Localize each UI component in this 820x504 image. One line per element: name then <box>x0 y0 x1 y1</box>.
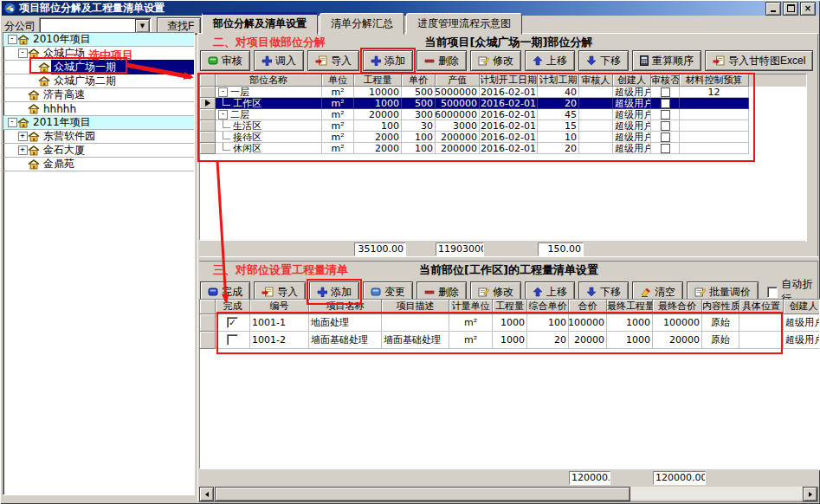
tree-item[interactable]: -众城广场 <box>3 47 194 61</box>
table-row[interactable]: 生活区m²1003030002016-02-0115超级用户 <box>200 120 806 132</box>
cell-output: 3000 <box>436 120 480 132</box>
tree-item[interactable]: 众城广场二期 <box>3 74 194 88</box>
house-icon <box>38 76 50 87</box>
cell-output: 200000 <box>436 143 480 154</box>
tree-item[interactable]: -2011年项目 <box>3 116 194 130</box>
parts-导入-button[interactable]: 导入 <box>307 50 359 71</box>
parts-导入甘特图Excel-button[interactable]: 导入甘特图Excel <box>705 50 813 71</box>
parts-审核-button[interactable]: 审核 <box>200 50 250 71</box>
tree-item-label: hhhhh <box>41 103 79 115</box>
table-row[interactable]: 休闲区m²20001002000002016-02-0120超级用户 <box>200 143 806 154</box>
audited-checkbox[interactable] <box>661 132 670 142</box>
audited-checkbox[interactable] <box>661 99 670 108</box>
tab-1[interactable]: 部位分解及清单设置 <box>202 12 318 35</box>
cell-creator: 超级用户 <box>613 120 651 132</box>
table-row[interactable]: -一层m²1000050050000002016-02-0140超级用户12 <box>200 87 806 98</box>
collapse-icon[interactable]: - <box>218 87 228 97</box>
cell-audited <box>651 132 680 143</box>
cell-duration: 20 <box>538 143 579 154</box>
column-header: 部位名称 <box>216 74 322 87</box>
tree-item[interactable]: 济青高速 <box>3 88 194 102</box>
parts-重算顺序-button[interactable]: 重算顺序 <box>632 50 701 71</box>
audited-checkbox[interactable] <box>661 87 670 97</box>
splitter[interactable] <box>199 256 818 262</box>
audited-checkbox[interactable] <box>661 144 670 153</box>
column-header: 最终工程量 <box>607 300 653 314</box>
checkbox-icon[interactable] <box>767 287 778 298</box>
table-row[interactable]: 1001-2墙面基础处理墙面基础处理m²10002020000100020000… <box>200 332 819 349</box>
row-indicator <box>200 314 216 332</box>
scroll-left-button[interactable] <box>199 487 214 501</box>
cell-duration: 45 <box>538 109 579 120</box>
column-header: 综合单价 <box>527 300 569 314</box>
house-icon <box>17 118 29 128</box>
column-header: 计量单位 <box>449 300 493 314</box>
tree-item[interactable]: -2010年项目 <box>3 33 194 47</box>
tab-3[interactable]: 进度管理流程示意图 <box>406 13 522 35</box>
cell-location <box>739 332 784 349</box>
cell-item-name: 地面处理 <box>309 314 382 332</box>
collapse-icon[interactable]: - <box>8 35 17 44</box>
column-header: 具体位置 <box>739 300 784 314</box>
column-header: 内容性质 <box>702 300 739 314</box>
table-row[interactable]: ✓1001-1地面处理m²10001001000001000100000原始超级… <box>200 314 819 332</box>
cell-budget <box>680 98 749 109</box>
cell-code: 1001-1 <box>250 314 309 332</box>
column-header: 审核否 <box>651 74 680 87</box>
parts-下移-button[interactable]: 下移 <box>578 50 629 71</box>
edit-icon <box>478 287 489 297</box>
cell-budget <box>680 143 749 154</box>
audited-checkbox[interactable] <box>661 110 670 120</box>
parts-添加-button[interactable]: 添加 <box>363 50 413 71</box>
tree-item[interactable]: 金鼎苑 <box>3 158 194 171</box>
collapse-icon[interactable]: - <box>8 118 17 127</box>
collapse-icon[interactable]: - <box>18 48 28 58</box>
parts-上移-button[interactable]: 上移 <box>525 50 575 71</box>
cell-auditor <box>579 109 613 120</box>
scrollbar-thumb[interactable] <box>215 487 630 501</box>
collapse-icon[interactable]: - <box>218 110 228 120</box>
audited-checkbox[interactable] <box>661 121 670 131</box>
cell-unit: m² <box>322 132 354 143</box>
tab-strip: 部位分解及清单设置清单分解汇总进度管理流程示意图 <box>202 15 522 34</box>
column-header: 材料控制预算 <box>680 74 749 87</box>
tree-item[interactable]: +金石大厦 <box>3 144 194 158</box>
cell-auditor <box>579 132 613 143</box>
cell-total: 100000 <box>569 314 607 332</box>
column-header: 项目描述 <box>382 300 449 314</box>
cell-start-date: 2016-02-01 <box>480 143 538 154</box>
done-checkbox[interactable]: ✓ <box>227 317 238 328</box>
cell-creator: 超级用户 <box>613 109 651 120</box>
maximize-button[interactable] <box>783 2 798 16</box>
expand-icon[interactable]: + <box>18 145 28 155</box>
row-indicator <box>200 87 216 98</box>
total-qty: 35100.00 <box>354 242 406 256</box>
tab-2[interactable]: 清单分解汇总 <box>320 13 404 35</box>
cell-start-date: 2016-02-01 <box>480 120 538 132</box>
close-button[interactable]: × <box>800 2 816 16</box>
table-row[interactable]: -二层m²2000030060000002016-02-0145超级用户 <box>200 109 806 120</box>
column-header: 项目名称 <box>309 300 382 314</box>
minimize-button[interactable] <box>765 2 781 16</box>
cell-duration: 40 <box>538 87 579 98</box>
tree-item-label: 众城广场 <box>41 46 87 61</box>
parts-删除-button[interactable]: 删除 <box>416 50 467 71</box>
scroll-right-button[interactable] <box>803 487 817 501</box>
column-header: 编号 <box>250 300 309 314</box>
tree-item[interactable]: 众城广场一期 <box>3 61 194 74</box>
chevron-down-icon[interactable]: ▼ <box>135 19 150 33</box>
expand-icon[interactable]: + <box>18 132 28 141</box>
scroll-left-icon <box>205 492 209 497</box>
cell-desc <box>382 314 449 332</box>
column-header: 审核人 <box>579 74 613 87</box>
done-checkbox[interactable] <box>227 334 238 346</box>
parts-调入-button[interactable]: 调入 <box>254 50 304 71</box>
tree-item[interactable]: hhhhh <box>3 102 194 116</box>
tree-item[interactable]: +东营软件园 <box>3 130 194 144</box>
table-row[interactable]: 工作区m²10005005000002016-02-0120超级用户 <box>200 98 806 109</box>
parts-修改-button[interactable]: 修改 <box>470 50 521 71</box>
cell-output: 200000 <box>436 132 480 143</box>
cell-nature: 原始 <box>702 332 739 349</box>
column-header: 计划工期 <box>538 74 579 87</box>
table-row[interactable]: 接待区m²20001002000002016-02-0110超级用户 <box>200 132 806 143</box>
